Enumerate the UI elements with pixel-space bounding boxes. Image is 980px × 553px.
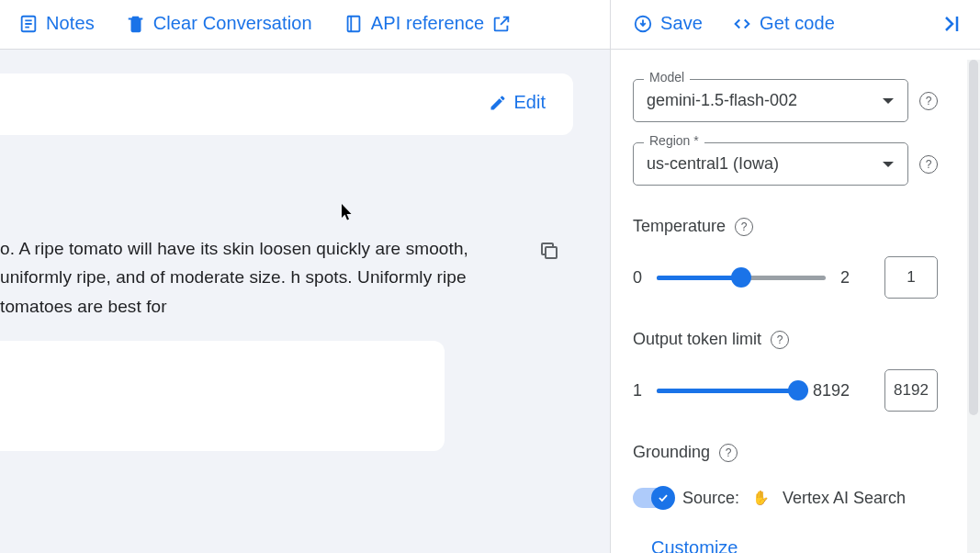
input-area[interactable] bbox=[0, 341, 445, 451]
output-token-max: 8192 bbox=[813, 381, 850, 401]
save-button[interactable]: Save bbox=[633, 13, 703, 34]
check-icon bbox=[657, 491, 670, 504]
cursor-icon bbox=[341, 203, 354, 221]
trash-icon bbox=[126, 14, 146, 34]
edit-button[interactable]: Edit bbox=[489, 92, 546, 113]
caret-down-icon bbox=[882, 160, 895, 169]
model-value: gemini-1.5-flash-002 bbox=[647, 91, 797, 110]
api-reference-button[interactable]: API reference bbox=[344, 13, 513, 34]
copy-icon bbox=[538, 240, 560, 262]
temperature-min: 0 bbox=[633, 268, 642, 288]
model-select[interactable]: gemini-1.5-flash-002 bbox=[633, 79, 908, 122]
region-help-icon[interactable]: ? bbox=[919, 155, 938, 174]
response-text: o. A ripe tomato will have its skin loos… bbox=[0, 234, 509, 321]
external-link-icon bbox=[491, 14, 512, 34]
grounding-toggle[interactable] bbox=[633, 488, 673, 508]
notes-label: Notes bbox=[46, 13, 95, 34]
save-icon bbox=[633, 14, 653, 34]
region-select[interactable]: us-central1 (Iowa) bbox=[633, 142, 908, 186]
temperature-help-icon[interactable]: ? bbox=[735, 218, 753, 236]
chevron-bar-icon bbox=[943, 14, 962, 34]
scrollbar[interactable] bbox=[967, 60, 980, 553]
book-icon bbox=[344, 14, 364, 34]
collapse-panel-button[interactable] bbox=[943, 14, 962, 34]
output-token-value-input[interactable]: 8192 bbox=[884, 369, 938, 412]
right-toolbar: Save Get code bbox=[611, 0, 980, 50]
grounding-help-icon[interactable]: ? bbox=[719, 444, 738, 462]
scrollbar-thumb[interactable] bbox=[969, 60, 978, 415]
region-value: us-central1 (Iowa) bbox=[647, 154, 779, 174]
model-help-icon[interactable]: ? bbox=[919, 92, 938, 110]
get-code-button[interactable]: Get code bbox=[732, 13, 835, 34]
settings-panel: Model gemini-1.5-flash-002 ? Region * us… bbox=[611, 50, 980, 553]
prompt-card: Edit bbox=[0, 73, 573, 135]
output-token-label: Output token limit bbox=[633, 330, 761, 349]
pencil-icon bbox=[489, 94, 507, 112]
clear-label: Clear Conversation bbox=[153, 13, 312, 34]
left-toolbar: Notes Clear Conversation API reference bbox=[0, 0, 610, 50]
copy-button[interactable] bbox=[535, 236, 564, 268]
grounding-label: Grounding bbox=[633, 443, 710, 462]
svg-rect-2 bbox=[546, 247, 557, 258]
source-value: Vertex AI Search bbox=[783, 489, 906, 508]
output-token-help-icon[interactable]: ? bbox=[771, 331, 789, 349]
conversation-area: Edit o. A ripe tomato will have its skin… bbox=[0, 50, 610, 553]
model-label: Model bbox=[644, 70, 690, 85]
temperature-slider[interactable] bbox=[657, 276, 826, 280]
api-ref-label: API reference bbox=[371, 13, 485, 34]
save-label: Save bbox=[660, 13, 703, 34]
temperature-label: Temperature bbox=[633, 217, 726, 236]
get-code-label: Get code bbox=[760, 13, 835, 34]
caret-down-icon bbox=[882, 96, 895, 106]
temperature-max: 2 bbox=[840, 268, 850, 288]
output-token-min: 1 bbox=[633, 381, 642, 401]
svg-rect-1 bbox=[347, 16, 359, 31]
region-label: Region * bbox=[644, 133, 704, 148]
customize-link[interactable]: Customize bbox=[651, 537, 938, 553]
notes-button[interactable]: Notes bbox=[18, 13, 95, 34]
temperature-value-input[interactable]: 1 bbox=[884, 256, 938, 299]
hand-icon: ✋ bbox=[752, 490, 770, 506]
source-label: Source: bbox=[682, 489, 739, 508]
clear-conversation-button[interactable]: Clear Conversation bbox=[126, 13, 312, 34]
code-icon bbox=[732, 14, 752, 34]
output-token-slider[interactable] bbox=[657, 389, 798, 393]
notes-icon bbox=[18, 14, 39, 34]
edit-label: Edit bbox=[514, 92, 546, 113]
